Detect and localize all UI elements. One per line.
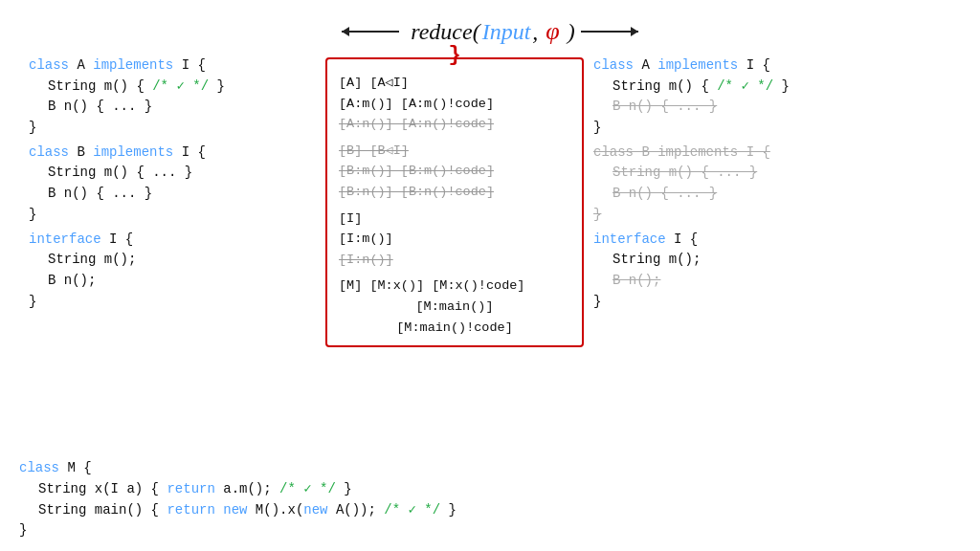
arrow-right-icon [581,31,638,33]
mid-A-line2: [A:m()] [A:m()!code] [339,94,570,115]
mid-B-line2: [B:m()] [B:m()!code] [339,161,570,182]
mid-M-line3: [M:main()!code] [339,318,570,339]
arrow-left-icon [342,31,399,33]
reduce-label: reduce( [405,19,479,45]
section-A: [A] [A◁I] [A:m()] [A:m()!code] [A:n()] [… [339,73,570,135]
bottom-line-3: String main() { return new M().x(new A()… [19,500,457,521]
right-line-3: B n() { ... } [593,97,938,118]
left-line-7: B n() { ... } [29,184,316,205]
comma: , [532,19,544,45]
section-M: [M] [M:x()] [M:x()!code] [M:main()] [M:m… [339,276,570,338]
mid-B-line3: [B:n()] [B:n()!code] [339,182,570,203]
mid-M-line2: [M:main()] [339,297,570,318]
right-line-11: B n(); [593,271,938,292]
left-line-8: } [29,205,316,226]
section-I: [I] [I:m()] [I:n()] [339,209,570,271]
left-line-11: B n(); [29,271,316,292]
header: reduce( Input , φ ) [0,0,980,55]
right-line-12: } [593,292,938,313]
left-line-3: B n() { ... } [29,97,316,118]
right-line-1: class A implements I { [593,55,938,77]
mid-M-line1: [M] [M:x()] [M:x()!code] [339,276,570,297]
phi-label: φ [546,17,559,46]
right-line-10: String m(); [593,250,938,271]
bottom-line-4: } [19,520,457,541]
bottom-line-1: class M { [19,458,457,479]
mid-A-line1: [A] [A◁I] [339,73,570,94]
right-line-2: String m() { /* ✓ */ } [593,77,938,98]
right-line-6: String m() { ... } [593,163,938,184]
left-line-9: interface I { [29,230,316,251]
right-line-9: interface I { [593,230,938,251]
left-line-5: class B implements I { [29,143,316,164]
mid-A-line3: [A:n()] [A:n()!code] [339,114,570,135]
right-line-5: class B implements I { [593,143,938,164]
left-line-1: class A implements I { [29,55,316,77]
red-brace-icon: } [448,38,460,72]
left-line-2: String m() { /* ✓ */ } [29,77,316,98]
left-line-10: String m(); [29,250,316,271]
mid-I-line2: [I:m()] [339,229,570,250]
mid-I-line3: [I:n()] [339,250,570,271]
bottom-panel: class M { String x(I a) { return a.m(); … [19,458,457,541]
left-line-6: String m() { ... } [29,163,316,184]
right-line-4: } [593,118,938,139]
right-line-7: B n() { ... } [593,184,938,205]
mid-I-line1: [I] [339,209,570,230]
bottom-line-2: String x(I a) { return a.m(); /* ✓ */ } [19,479,457,500]
input-label: Input [482,19,531,45]
mid-B-line1: [B] [B◁I] [339,141,570,162]
close-paren: ) [562,19,575,45]
left-line-4: } [29,118,316,139]
section-B: [B] [B◁I] [B:m()] [B:m()!code] [B:n()] [… [339,141,570,203]
left-line-12: } [29,292,316,313]
right-panel: class A implements I { String m() { /* ✓… [584,55,947,540]
middle-panel: } [A] [A◁I] [A:m()] [A:m()!code] [A:n()]… [325,57,584,347]
right-line-8: } [593,205,938,226]
